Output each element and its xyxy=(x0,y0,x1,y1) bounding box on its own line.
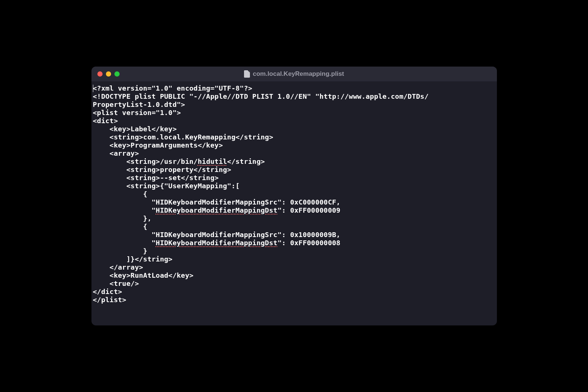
code-line: "HIDKeyboardModifierMappingDst": 0xFF000… xyxy=(93,206,341,214)
code-line: <key>Label</key> xyxy=(93,125,177,133)
code-line: ]}</string> xyxy=(93,255,173,263)
code-line: { xyxy=(93,190,147,198)
code-line: <true/> xyxy=(93,280,139,287)
spell-error: HIDKeyboardModifierMappingDst xyxy=(156,206,278,214)
code-line: <?xml version="1.0" encoding="UTF-8"?> xyxy=(93,84,253,92)
code-line: </plist> xyxy=(93,296,127,304)
traffic-lights xyxy=(97,71,120,77)
titlebar[interactable]: com.local.KeyRemapping.plist xyxy=(91,67,497,81)
code-line: <key>RunAtLoad</key> xyxy=(93,271,194,279)
spell-error: HIDKeyboardModifierMappingDst xyxy=(156,239,278,247)
code-line: <string>/usr/bin/hidutil</string> xyxy=(93,158,265,165)
code-line: <!DOCTYPE plist PUBLIC "-//Apple//DTD PL… xyxy=(93,92,429,100)
code-line: <string>--set</string> xyxy=(93,174,219,182)
window-title: com.local.KeyRemapping.plist xyxy=(253,70,344,78)
close-button[interactable] xyxy=(97,71,103,77)
maximize-button[interactable] xyxy=(114,71,120,77)
title-center: com.local.KeyRemapping.plist xyxy=(91,70,497,78)
code-line: </array> xyxy=(93,263,143,271)
code-line: <string>{"UserKeyMapping":[ xyxy=(93,182,240,190)
editor-window: com.local.KeyRemapping.plist <?xml versi… xyxy=(91,67,497,325)
code-line: <array> xyxy=(93,149,139,157)
code-line: PropertyList-1.0.dtd"> xyxy=(93,101,185,108)
editor-content[interactable]: <?xml version="1.0" encoding="UTF-8"?> <… xyxy=(91,81,497,307)
spell-error: hidutil xyxy=(198,158,227,165)
code-line: <key>ProgramArguments</key> xyxy=(93,141,223,149)
code-line: <string>property</string> xyxy=(93,166,231,173)
minimize-button[interactable] xyxy=(106,71,111,77)
code-line: { xyxy=(93,223,147,230)
code-line: }, xyxy=(93,214,152,222)
code-line: <string>com.local.KeyRemapping</string> xyxy=(93,133,274,141)
file-icon xyxy=(244,70,250,78)
code-line: "HIDKeyboardModifierMappingDst": 0xFF000… xyxy=(93,239,341,247)
code-line: <dict> xyxy=(93,117,118,125)
code-line: "HIDKeyboardModifierMappingSrc": 0x10000… xyxy=(93,231,341,239)
code-line: </dict> xyxy=(93,288,122,295)
code-line: <plist version="1.0"> xyxy=(93,109,181,116)
code-line: } xyxy=(93,247,147,255)
code-line: "HIDKeyboardModifierMappingSrc": 0xC0000… xyxy=(93,198,341,206)
